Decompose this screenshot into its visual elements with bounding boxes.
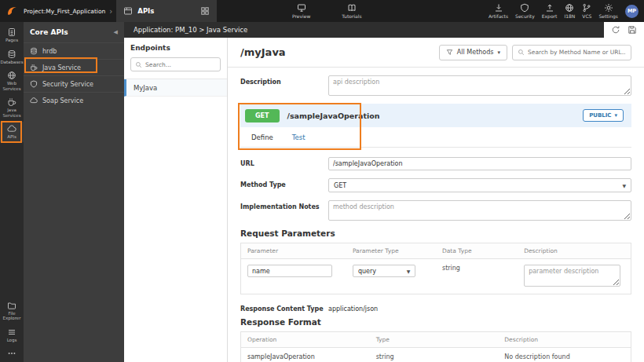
artifacts-button[interactable]: Artifacts — [488, 3, 508, 19]
core-item-label: Security Service — [42, 81, 93, 88]
response-type: string — [370, 348, 499, 362]
cloud-icon — [30, 97, 38, 104]
tab-define[interactable]: Define — [251, 133, 273, 141]
response-content-type-label: Response Content Type — [240, 302, 328, 313]
all-methods-label: All Methods — [457, 49, 494, 56]
operation-header[interactable]: GET /sampleJavaOperation PUBLIC ▾ — [240, 104, 631, 127]
param-description-textarea[interactable]: parameter description — [524, 265, 620, 287]
top-bar: Project:My_First_Application › APIs Prev… — [0, 0, 644, 22]
all-methods-dropdown[interactable]: All Methods ▾ — [439, 45, 507, 60]
request-parameters-heading: Request Parameters — [240, 229, 631, 238]
response-format-heading: Response Format — [240, 317, 631, 327]
col-parameter: Parameter — [241, 243, 346, 258]
table-header-row: Operation Type Description — [241, 332, 631, 348]
core-apis-header: Core APIs ◀ — [24, 22, 124, 42]
endpoints-header: Endpoints — [124, 38, 227, 79]
sidebar-item-more[interactable] — [0, 346, 24, 360]
method-search-input[interactable] — [528, 49, 626, 56]
endpoint-item-myjava[interactable]: MyJava — [124, 79, 227, 97]
tab-apis[interactable]: APIs — [116, 0, 217, 22]
response-row: sampleJavaOperation string No descriptio… — [241, 348, 631, 362]
tutorials-button[interactable]: Tutorials — [342, 0, 361, 22]
implementation-notes-label: Implementation Notes — [240, 200, 328, 210]
core-item-label: hrdb — [42, 48, 57, 55]
i18n-button[interactable]: I18N — [564, 3, 575, 19]
download-icon — [494, 3, 503, 13]
method-type-label: Method Type — [240, 178, 328, 188]
gear-icon — [604, 3, 613, 13]
col-description: Description — [498, 332, 631, 347]
tab-apis-label: APIs — [137, 7, 196, 15]
method-badge-get[interactable]: GET — [245, 109, 280, 122]
coffee-cup-icon — [7, 97, 16, 107]
core-item-java-service[interactable]: Java Service — [24, 59, 124, 75]
col-parameter-type: Parameter Type — [346, 243, 436, 258]
sidebar-item-apis[interactable]: APIs — [0, 122, 24, 142]
cloud-api-icon — [7, 124, 16, 133]
save-icon[interactable] — [628, 25, 637, 35]
sidebar-item-web-services[interactable]: Web Services — [0, 68, 24, 93]
user-avatar[interactable]: MP — [625, 5, 639, 18]
service-header: /myJava All Methods ▾ — [228, 38, 644, 68]
database-icon — [30, 47, 38, 55]
project-name: Project:My_First_Application — [24, 8, 105, 15]
core-item-hrdb[interactable]: hrdb — [24, 42, 124, 59]
response-description: No description found — [498, 348, 631, 362]
endpoints-search-input[interactable] — [145, 61, 216, 68]
service-body: Description api description GET /sampleJ… — [228, 68, 644, 362]
table-header-row: Parameter Parameter Type Data Type Descr… — [241, 243, 631, 259]
response-content-type-row: Response Content Type application/json — [240, 302, 631, 313]
app-header-actions — [604, 22, 644, 38]
core-item-security-service[interactable]: Security Service — [24, 75, 124, 92]
description-textarea[interactable]: api description — [328, 75, 631, 96]
tutorials-label: Tutorials — [342, 13, 361, 19]
sidebar-item-pages[interactable]: Pages — [0, 25, 24, 46]
grid-icon[interactable] — [200, 6, 210, 16]
breadcrumb: Application: PM_10 > Java Service — [124, 26, 247, 34]
sidebar-item-label: Databases — [0, 60, 23, 65]
sidebar-item-label: Java Services — [0, 108, 24, 118]
implementation-notes-textarea[interactable]: method description — [328, 200, 631, 221]
api-window-icon — [123, 6, 133, 16]
select-caret-icon: ▼ — [407, 269, 411, 274]
param-type-select[interactable]: query ▼ — [353, 265, 415, 277]
sidebar-item-label: File Explorer — [0, 311, 24, 321]
tab-test[interactable]: Test — [292, 133, 306, 141]
core-item-soap-service[interactable]: Soap Service — [24, 92, 124, 108]
public-visibility-button[interactable]: PUBLIC ▾ — [583, 109, 624, 122]
sidebar-item-label: Logs — [7, 338, 17, 343]
nav-rail: Pages Databases Web Services Java Servic… — [0, 22, 24, 362]
preview-button[interactable]: Preview — [292, 0, 310, 22]
param-name-input[interactable] — [247, 265, 332, 277]
method-search — [512, 45, 631, 60]
method-type-select[interactable]: GET ▼ — [328, 178, 631, 192]
filter-funnel-icon — [446, 49, 453, 56]
tutorials-book-icon — [347, 3, 357, 13]
export-label: Export — [542, 13, 558, 19]
branch-icon — [582, 3, 591, 13]
sidebar-item-java-services[interactable]: Java Services — [0, 95, 24, 120]
sidebar-item-label: Pages — [5, 38, 18, 43]
request-parameters-table: Parameter Parameter Type Data Type Descr… — [240, 243, 631, 294]
preview-label: Preview — [292, 13, 310, 19]
description-row: Description api description — [240, 75, 631, 96]
core-apis-panel: Core APIs ◀ hrdb Java Service Security S… — [24, 22, 124, 362]
service-header-actions: All Methods ▾ — [439, 45, 631, 60]
security-button[interactable]: Security — [515, 3, 535, 19]
core-item-label: Java Service — [42, 64, 81, 71]
export-button[interactable]: Export — [542, 3, 558, 19]
artifacts-label: Artifacts — [488, 13, 508, 19]
url-input[interactable] — [328, 157, 631, 170]
settings-label: Settings — [598, 13, 618, 19]
shield-icon — [520, 3, 529, 13]
operation-path: /sampleJavaOperation — [287, 112, 380, 120]
collapse-panel-icon[interactable]: ◀ — [114, 29, 118, 35]
vcs-label: VCS — [582, 13, 591, 19]
service-title: /myJava — [240, 46, 286, 58]
sidebar-item-logs[interactable]: Logs — [0, 325, 24, 346]
sidebar-item-databases[interactable]: Databases — [0, 47, 24, 68]
sidebar-item-file-explorer[interactable]: File Explorer — [0, 298, 24, 324]
settings-button[interactable]: Settings — [598, 3, 618, 19]
refresh-icon[interactable] — [611, 25, 620, 35]
vcs-button[interactable]: VCS — [582, 3, 591, 19]
